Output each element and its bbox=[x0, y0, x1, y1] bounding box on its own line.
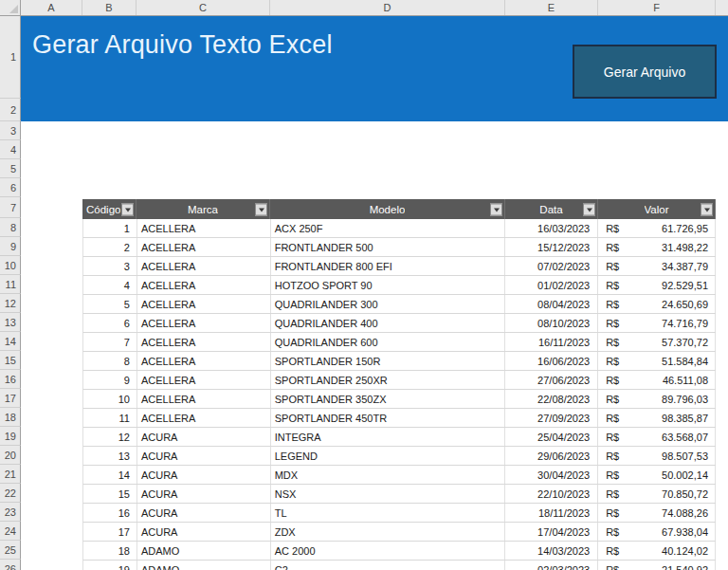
codigo-cell[interactable]: 8 bbox=[83, 352, 137, 370]
marca-cell[interactable]: ACELLERA bbox=[137, 371, 271, 389]
modelo-cell[interactable]: QUADRILANDER 600 bbox=[271, 333, 506, 351]
valor-cell[interactable]: R$92.529,51 bbox=[598, 276, 716, 294]
data-cell[interactable]: 16/11/2023 bbox=[505, 333, 598, 351]
valor-cell[interactable]: R$70.850,72 bbox=[598, 485, 716, 503]
valor-cell[interactable]: R$89.796,03 bbox=[598, 390, 716, 408]
marca-cell[interactable]: ACURA bbox=[137, 504, 271, 522]
filter-dropdown-icon[interactable] bbox=[255, 203, 267, 215]
data-cell[interactable]: 14/03/2023 bbox=[505, 542, 598, 560]
marca-cell[interactable]: ACELLERA bbox=[137, 352, 271, 370]
row-header-15[interactable]: 15 bbox=[0, 351, 21, 370]
row-header-6[interactable]: 6 bbox=[0, 178, 21, 197]
codigo-cell[interactable]: 18 bbox=[83, 542, 137, 560]
modelo-cell[interactable]: FRONTLANDER 800 EFI bbox=[271, 257, 506, 275]
marca-cell[interactable]: ACELLERA bbox=[137, 390, 271, 408]
codigo-cell[interactable]: 6 bbox=[83, 314, 137, 332]
codigo-cell[interactable]: 7 bbox=[83, 333, 137, 351]
marca-cell[interactable]: ACELLERA bbox=[137, 219, 271, 237]
row-header-2[interactable]: 2 bbox=[0, 99, 21, 121]
codigo-cell[interactable]: 1 bbox=[83, 219, 137, 237]
marca-cell[interactable]: ACELLERA bbox=[137, 238, 271, 256]
valor-cell[interactable]: R$50.002,14 bbox=[598, 466, 716, 484]
marca-cell[interactable]: ACELLERA bbox=[137, 333, 271, 351]
data-cell[interactable]: 30/04/2023 bbox=[505, 466, 598, 484]
row-header-9[interactable]: 9 bbox=[0, 237, 21, 256]
row-header-23[interactable]: 23 bbox=[0, 503, 21, 522]
data-cell[interactable]: 27/06/2023 bbox=[505, 371, 598, 389]
marca-cell[interactable]: ADAMO bbox=[137, 542, 271, 560]
valor-cell[interactable]: R$98.507,53 bbox=[598, 447, 716, 465]
data-cell[interactable]: 17/04/2023 bbox=[505, 523, 598, 541]
column-header-b[interactable]: B bbox=[82, 0, 136, 15]
row-header-21[interactable]: 21 bbox=[0, 465, 21, 484]
filter-dropdown-icon[interactable] bbox=[583, 203, 595, 215]
data-cell[interactable]: 02/03/2023 bbox=[505, 561, 598, 570]
row-header-12[interactable]: 12 bbox=[0, 294, 21, 313]
gerar-arquivo-button[interactable]: Gerar Arquivo bbox=[573, 45, 717, 99]
marca-cell[interactable]: ACELLERA bbox=[137, 295, 271, 313]
marca-cell[interactable]: ACURA bbox=[137, 523, 271, 541]
marca-cell[interactable]: ACELLERA bbox=[137, 276, 271, 294]
valor-cell[interactable]: R$67.938,04 bbox=[598, 523, 716, 541]
row-header-13[interactable]: 13 bbox=[0, 313, 21, 332]
row-header-7[interactable]: 7 bbox=[0, 197, 21, 218]
valor-cell[interactable]: R$21.540,92 bbox=[598, 561, 716, 570]
marca-cell[interactable]: ACURA bbox=[137, 485, 271, 503]
codigo-cell[interactable]: 12 bbox=[83, 428, 137, 446]
row-header-11[interactable]: 11 bbox=[0, 275, 21, 294]
modelo-cell[interactable]: FRONTLANDER 500 bbox=[271, 238, 506, 256]
column-header-a[interactable]: A bbox=[21, 0, 82, 15]
codigo-cell[interactable]: 4 bbox=[83, 276, 137, 294]
row-header-18[interactable]: 18 bbox=[0, 408, 21, 427]
row-header-24[interactable]: 24 bbox=[0, 522, 21, 541]
modelo-cell[interactable]: INTEGRA bbox=[271, 428, 506, 446]
modelo-cell[interactable]: AC 2000 bbox=[271, 542, 506, 560]
modelo-cell[interactable]: SPORTLANDER 350ZX bbox=[271, 390, 506, 408]
marca-cell[interactable]: ADAMO bbox=[137, 561, 271, 570]
row-header-1[interactable]: 1 bbox=[0, 16, 21, 99]
row-header-3[interactable]: 3 bbox=[0, 121, 21, 140]
marca-cell[interactable]: ACELLERA bbox=[137, 314, 271, 332]
modelo-cell[interactable]: TL bbox=[271, 504, 506, 522]
row-header-5[interactable]: 5 bbox=[0, 159, 21, 178]
codigo-cell[interactable]: 13 bbox=[83, 447, 137, 465]
row-header-25[interactable]: 25 bbox=[0, 541, 21, 560]
data-cell[interactable]: 27/09/2023 bbox=[505, 409, 598, 427]
row-header-17[interactable]: 17 bbox=[0, 389, 21, 408]
data-cell[interactable]: 08/04/2023 bbox=[505, 295, 598, 313]
valor-cell[interactable]: R$57.370,72 bbox=[598, 333, 716, 351]
codigo-cell[interactable]: 19 bbox=[83, 561, 137, 570]
modelo-cell[interactable]: QUADRILANDER 400 bbox=[271, 314, 506, 332]
modelo-cell[interactable]: SPORTLANDER 250XR bbox=[271, 371, 506, 389]
codigo-cell[interactable]: 5 bbox=[83, 295, 137, 313]
data-cell[interactable]: 18/11/2023 bbox=[505, 504, 598, 522]
valor-cell[interactable]: R$51.584,84 bbox=[598, 352, 716, 370]
valor-cell[interactable]: R$61.726,95 bbox=[598, 219, 716, 237]
column-header-f[interactable]: F bbox=[598, 0, 716, 15]
row-header-4[interactable]: 4 bbox=[0, 140, 21, 159]
modelo-cell[interactable]: ZDX bbox=[271, 523, 506, 541]
data-cell[interactable]: 01/02/2023 bbox=[505, 276, 598, 294]
select-all-corner[interactable] bbox=[0, 0, 21, 15]
codigo-cell[interactable]: 2 bbox=[83, 238, 137, 256]
marca-cell[interactable]: ACURA bbox=[137, 466, 271, 484]
codigo-cell[interactable]: 3 bbox=[83, 257, 137, 275]
row-header-26[interactable]: 26 bbox=[0, 560, 21, 570]
row-header-16[interactable]: 16 bbox=[0, 370, 21, 389]
column-header-c[interactable]: C bbox=[136, 0, 270, 15]
modelo-cell[interactable]: SPORTLANDER 450TR bbox=[271, 409, 506, 427]
valor-cell[interactable]: R$24.650,69 bbox=[598, 295, 716, 313]
valor-cell[interactable]: R$46.511,08 bbox=[598, 371, 716, 389]
row-header-22[interactable]: 22 bbox=[0, 484, 21, 503]
data-cell[interactable]: 07/02/2023 bbox=[505, 257, 598, 275]
modelo-cell[interactable]: LEGEND bbox=[271, 447, 506, 465]
valor-cell[interactable]: R$31.498,22 bbox=[598, 238, 716, 256]
data-cell[interactable]: 25/04/2023 bbox=[505, 428, 598, 446]
filter-dropdown-icon[interactable] bbox=[121, 203, 134, 215]
row-header-8[interactable]: 8 bbox=[0, 218, 21, 237]
marca-cell[interactable]: ACELLERA bbox=[137, 257, 271, 275]
row-header-14[interactable]: 14 bbox=[0, 332, 21, 351]
filter-dropdown-icon[interactable] bbox=[490, 203, 502, 215]
modelo-cell[interactable]: C2 bbox=[271, 561, 506, 570]
data-cell[interactable]: 29/06/2023 bbox=[505, 447, 598, 465]
